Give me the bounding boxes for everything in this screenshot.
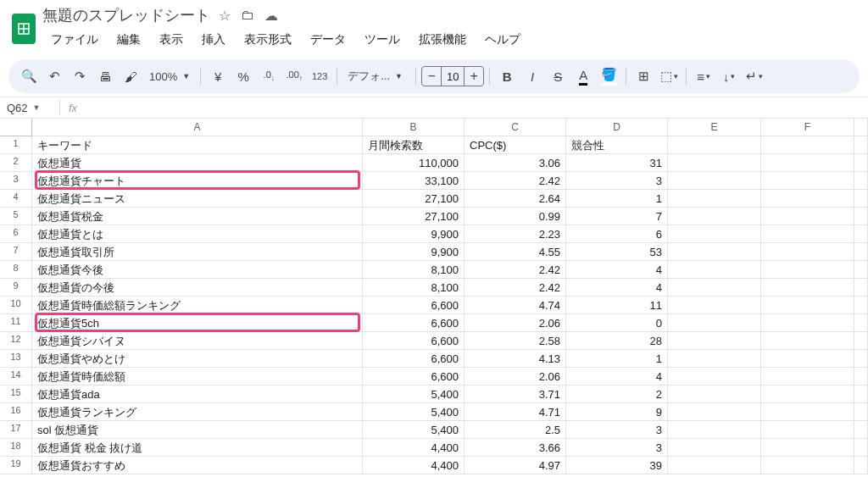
- cell[interactable]: [761, 279, 854, 297]
- text-wrap-icon[interactable]: ↵▾: [743, 64, 766, 88]
- cell[interactable]: 3: [566, 421, 668, 439]
- cell[interactable]: 7: [566, 208, 668, 225]
- cell[interactable]: 27,100: [363, 190, 465, 208]
- cell[interactable]: 3: [566, 172, 668, 190]
- cell[interactable]: [761, 439, 854, 457]
- cell[interactable]: [668, 297, 761, 314]
- number-format-icon[interactable]: 123: [308, 64, 331, 88]
- cell[interactable]: 9: [566, 403, 668, 421]
- fill-color-icon[interactable]: 🪣: [597, 64, 620, 88]
- row-header[interactable]: 4: [0, 190, 32, 208]
- cell[interactable]: 月間検索数: [363, 136, 465, 154]
- row-header[interactable]: 5: [0, 208, 32, 225]
- column-header[interactable]: E: [668, 119, 761, 136]
- cell[interactable]: [761, 261, 854, 279]
- cell[interactable]: 4: [566, 261, 668, 279]
- increase-decimal-icon[interactable]: .00↑: [282, 64, 306, 88]
- row-header[interactable]: 3: [0, 172, 32, 190]
- cell[interactable]: 仮想通貨取引所: [32, 243, 363, 261]
- cell[interactable]: 3: [566, 439, 668, 457]
- column-header[interactable]: C: [465, 119, 566, 136]
- cell[interactable]: 5,400: [363, 403, 465, 421]
- cell[interactable]: 仮想通貨おすすめ: [32, 457, 363, 474]
- cell[interactable]: 6,600: [363, 332, 465, 350]
- cell[interactable]: 2.58: [465, 332, 566, 350]
- cell[interactable]: 4.13: [465, 350, 566, 368]
- cell[interactable]: 8,100: [363, 279, 465, 297]
- cell[interactable]: [761, 368, 854, 385]
- menu-item[interactable]: 表示: [151, 29, 192, 51]
- cell[interactable]: [761, 350, 854, 368]
- cell[interactable]: 仮想通貨シバイヌ: [32, 332, 363, 350]
- cell[interactable]: [668, 190, 761, 208]
- row-header[interactable]: 15: [0, 385, 32, 403]
- menu-item[interactable]: ファイル: [42, 29, 107, 51]
- cell[interactable]: 9,900: [363, 225, 465, 243]
- cell[interactable]: 仮想通貨やめとけ: [32, 350, 363, 368]
- cell[interactable]: 4.97: [465, 457, 566, 474]
- row-header[interactable]: 16: [0, 403, 32, 421]
- cell[interactable]: 31: [566, 154, 668, 172]
- currency-icon[interactable]: ¥: [206, 64, 230, 88]
- cell[interactable]: 2.23: [465, 225, 566, 243]
- cell[interactable]: 53: [566, 243, 668, 261]
- menu-item[interactable]: ツール: [356, 29, 409, 51]
- cell[interactable]: 6: [566, 225, 668, 243]
- cell[interactable]: [668, 154, 761, 172]
- zoom-select[interactable]: 100%▼: [144, 70, 195, 83]
- borders-icon[interactable]: ⊞: [632, 64, 655, 88]
- cell[interactable]: 33,100: [363, 172, 465, 190]
- bold-icon[interactable]: B: [495, 64, 519, 88]
- cell[interactable]: 6,600: [363, 368, 465, 385]
- document-title[interactable]: 無題のスプレッドシート: [42, 5, 210, 25]
- cell[interactable]: 仮想通貨 税金 抜け道: [32, 439, 363, 457]
- column-header[interactable]: D: [566, 119, 668, 136]
- cell[interactable]: [668, 208, 761, 225]
- cell[interactable]: 3.06: [465, 154, 566, 172]
- cell[interactable]: 5,400: [363, 385, 465, 403]
- cell[interactable]: [668, 136, 761, 154]
- cell[interactable]: 27,100: [363, 208, 465, 225]
- row-header[interactable]: 1: [0, 136, 32, 154]
- name-box[interactable]: Q62▼: [0, 102, 59, 114]
- row-header[interactable]: 10: [0, 297, 32, 314]
- cell[interactable]: 0.99: [465, 208, 566, 225]
- row-header[interactable]: 7: [0, 243, 32, 261]
- cell[interactable]: 競合性: [566, 136, 668, 154]
- cell[interactable]: [761, 314, 854, 332]
- move-icon[interactable]: 🗀: [241, 8, 254, 24]
- cell[interactable]: 3.66: [465, 439, 566, 457]
- cell[interactable]: [761, 385, 854, 403]
- menu-item[interactable]: 表示形式: [236, 29, 300, 51]
- menu-item[interactable]: ヘルプ: [476, 29, 529, 51]
- search-icon[interactable]: 🔍: [17, 64, 41, 88]
- menu-item[interactable]: 編集: [108, 29, 149, 51]
- cell[interactable]: [761, 154, 854, 172]
- strikethrough-icon[interactable]: S: [546, 64, 570, 88]
- redo-icon[interactable]: ↷: [68, 64, 92, 88]
- horizontal-align-icon[interactable]: ≡▾: [692, 64, 715, 88]
- cell[interactable]: 39: [566, 457, 668, 474]
- cell[interactable]: 0: [566, 314, 668, 332]
- font-size-plus[interactable]: +: [465, 69, 483, 84]
- merge-cells-icon[interactable]: ⬚▾: [657, 64, 681, 88]
- column-header[interactable]: B: [363, 119, 465, 136]
- cell[interactable]: 6,600: [363, 297, 465, 314]
- cell[interactable]: [761, 136, 854, 154]
- menu-item[interactable]: 拡張機能: [410, 29, 475, 51]
- column-header[interactable]: A: [32, 119, 363, 136]
- cell[interactable]: 4: [566, 368, 668, 385]
- cell[interactable]: 8,100: [363, 261, 465, 279]
- cell[interactable]: 仮想通貨今後: [32, 261, 363, 279]
- cell[interactable]: sol 仮想通貨: [32, 421, 363, 439]
- menu-item[interactable]: データ: [302, 29, 354, 51]
- cell[interactable]: 2: [566, 385, 668, 403]
- cell[interactable]: 4,400: [363, 457, 465, 474]
- cell[interactable]: 4.55: [465, 243, 566, 261]
- cell[interactable]: [668, 457, 761, 474]
- cell[interactable]: 仮想通貨とは: [32, 225, 363, 243]
- cell[interactable]: [668, 421, 761, 439]
- row-header[interactable]: 2: [0, 154, 32, 172]
- cell[interactable]: キーワード: [32, 136, 363, 154]
- row-header[interactable]: 18: [0, 439, 32, 457]
